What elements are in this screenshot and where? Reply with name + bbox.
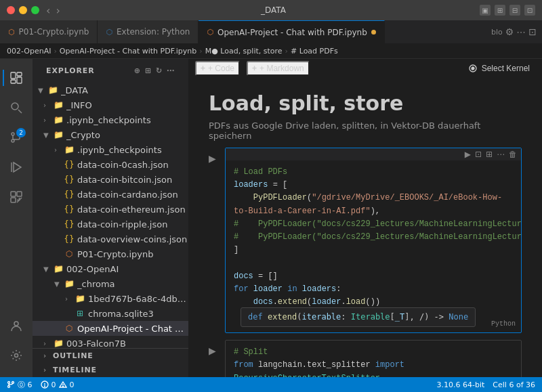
tab-extension-python[interactable]: ⬡ Extension: Python — [98, 20, 199, 43]
svg-point-14 — [14, 322, 18, 326]
activity-explorer[interactable] — [3, 64, 30, 91]
notebook-title: Load, split, store — [209, 91, 522, 115]
select-kernel-button[interactable]: Select Kernel — [463, 62, 535, 74]
tree-cp2[interactable]: › 📁 .ipynb_checkpoints — [33, 142, 188, 157]
activity-extensions[interactable] — [3, 183, 30, 211]
new-file-icon[interactable]: ⊕ — [134, 66, 141, 75]
settings-icon[interactable]: ⚙ — [505, 26, 514, 37]
cell-tool-copy[interactable]: ⊡ — [475, 150, 482, 159]
tab-bar: ⬡ P01-Crypto.ipynb ⬡ Extension: Python ⬡… — [0, 20, 542, 44]
activity-run[interactable] — [3, 154, 30, 181]
cell-gutter-1: ▶ — [209, 148, 225, 333]
layout-icon-1[interactable]: ▣ — [480, 5, 491, 16]
cell-run-button-1[interactable]: ▶ — [209, 153, 216, 164]
maximize-button[interactable] — [31, 6, 39, 14]
svg-rect-11 — [11, 192, 16, 196]
code-area-2[interactable]: # Split from langchain.text_splitter imp… — [226, 341, 521, 377]
traffic-lights — [7, 6, 39, 14]
tree-arrow-chroma: ▼ — [54, 280, 64, 288]
tree-arrow-003: › — [43, 340, 53, 347]
close-button[interactable] — [7, 6, 15, 14]
tree-label-info: _INFO — [66, 100, 92, 110]
json-icon-3: {} — [64, 190, 75, 199]
tree-json1[interactable]: {} data-coin-0cash.json — [33, 157, 188, 172]
tree-openai-project[interactable]: ⬡ OpenAI-Project - Chat with PDF.i... — [33, 321, 188, 336]
tree-sqlite[interactable]: ⊞ chroma.sqlite3 — [33, 306, 188, 321]
layout-icon-4[interactable]: ⊡ — [524, 5, 535, 16]
tree-json4[interactable]: {} data-coin-ethereum.json — [33, 202, 188, 217]
breadcrumb-item-1[interactable]: 002-OpenAI — [7, 47, 51, 56]
tab-blo[interactable]: blo — [491, 28, 503, 37]
svg-marker-9 — [14, 162, 21, 172]
git-badge: 2 — [16, 128, 26, 137]
split-editor-icon[interactable]: ⊡ — [528, 26, 537, 37]
tree-label-j2: data-coin-bitcoin.json — [77, 175, 172, 185]
error-status[interactable]: 0 0 — [41, 380, 75, 389]
tab-p01-crypto[interactable]: ⬡ P01-Crypto.ipynb — [0, 20, 98, 43]
tree-json5[interactable]: {} data-coin-ripple.json — [33, 217, 188, 232]
json-icon-5: {} — [64, 219, 75, 229]
tree-info[interactable]: › 📁 _INFO — [33, 97, 188, 112]
status-left: ⓪ 6 0 0 — [7, 380, 75, 390]
breadcrumb-item-2[interactable]: OpenAI-Project - Chat with PDF.ipynb — [60, 47, 196, 56]
tab-ipynb-icon-1: ⬡ — [8, 28, 15, 37]
activity-git[interactable]: 2 — [3, 124, 30, 151]
layout-icon-3[interactable]: ⊟ — [509, 5, 520, 16]
cell-tool-split[interactable]: ⊞ — [486, 150, 493, 159]
breadcrumb-item-3[interactable]: M● Load, split, store — [205, 47, 283, 56]
status-bar: ⓪ 6 0 0 3.10.6 64-bit Cell 6 of 36 — [0, 377, 542, 392]
cell-content-1[interactable]: ▶ ⊡ ⊞ ⋯ 🗑 # Load PDFs loaders = [ PyPDFL… — [225, 148, 522, 333]
plus-icon-md: + — [252, 64, 257, 73]
tree-checkpoints-root[interactable]: › 📁 .ipynb_checkpoints — [33, 112, 188, 127]
more-tabs-icon[interactable]: ⋯ — [516, 26, 526, 37]
cell-tool-delete[interactable]: 🗑 — [509, 150, 517, 159]
cell-tool-more[interactable]: ⋯ — [497, 150, 505, 159]
new-folder-icon[interactable]: ⊞ — [145, 66, 152, 75]
tree-json3[interactable]: {} data-coin-cardano.json — [33, 187, 188, 202]
sidebar-actions: ⊕ ⊞ ↻ ⋯ — [134, 66, 175, 75]
tree-003falcon[interactable]: › 📁 003-Falcon7B — [33, 336, 188, 348]
git-status[interactable]: ⓪ 6 — [7, 380, 33, 390]
cell-tool-run[interactable]: ▶ — [465, 150, 471, 159]
minimize-button[interactable] — [19, 6, 27, 14]
outline-section-header[interactable]: › OUTLINE — [33, 349, 188, 363]
cell-gutter-2: ▶ — [209, 340, 225, 377]
tree-root[interactable]: ▼ 📁 _DATA — [33, 83, 188, 97]
nav-back-button[interactable]: ‹ — [46, 4, 50, 17]
cell-info-status[interactable]: Cell 6 of 36 — [493, 380, 535, 389]
add-code-button[interactable]: + + Code — [195, 61, 240, 76]
notebook-header: Load, split, store PDFs aus Google Drive… — [209, 78, 522, 148]
activity-search[interactable] — [3, 94, 30, 121]
cell-content-2[interactable]: # Split from langchain.text_splitter imp… — [225, 340, 522, 377]
error-icon — [41, 380, 49, 389]
layout-icon-2[interactable]: ⊞ — [495, 5, 505, 16]
cell-run-button-2[interactable]: ▶ — [209, 345, 216, 356]
refresh-icon[interactable]: ↻ — [156, 66, 163, 75]
code-line-5: ] — [234, 244, 513, 257]
tree-002openai[interactable]: ▼ 📁 002-OpenAI — [33, 261, 188, 276]
code-area-1[interactable]: # Load PDFs loaders = [ PyPDFLoader("/gd… — [226, 160, 521, 332]
timeline-section-header[interactable]: › TIMELINE — [33, 363, 188, 377]
nav-forward-button[interactable]: › — [56, 4, 60, 17]
tab-openai-project[interactable]: ⬡ OpenAI-Project - Chat with PDF.ipynb — [199, 20, 384, 43]
activity-settings[interactable] — [3, 342, 30, 369]
activity-account[interactable] — [3, 312, 30, 339]
tree-uuid[interactable]: › 📁 1bed767b-6a8c-4dbe-ac0d-fe... — [33, 291, 188, 306]
add-markdown-button[interactable]: + + Markdown — [247, 61, 310, 76]
breadcrumb-item-4[interactable]: # Load PDFs — [291, 47, 338, 56]
tree-ipynb1[interactable]: ⬡ P01-Crypto.ipynb — [33, 246, 188, 261]
tree-json6[interactable]: {} data-overview-coins.json — [33, 232, 188, 246]
tree-label-sqlite: chroma.sqlite3 — [88, 309, 154, 319]
collapse-all-icon[interactable]: ⋯ — [167, 66, 175, 75]
svg-rect-0 — [11, 72, 16, 79]
tree-crypto[interactable]: ▼ 📁 _Crypto — [33, 127, 188, 142]
tree-label-cp2: .ipynb_checkpoints — [77, 145, 162, 155]
notebook-content[interactable]: Load, split, store PDFs aus Google Drive… — [188, 78, 542, 377]
tree-arrow-crypto: ▼ — [43, 131, 53, 139]
tree-chroma[interactable]: ▼ 📁 _chroma — [33, 276, 188, 291]
ipynb-icon-oa: ⬡ — [64, 324, 75, 333]
sidebar: EXPLORER ⊕ ⊞ ↻ ⋯ ▼ 📁 _DATA › 📁 _INFO › — [33, 59, 188, 377]
tree-arrow-info: › — [43, 102, 53, 109]
tree-json2[interactable]: {} data-coin-bitcoin.json — [33, 172, 188, 187]
kernel-status[interactable]: 3.10.6 64-bit — [437, 380, 485, 389]
